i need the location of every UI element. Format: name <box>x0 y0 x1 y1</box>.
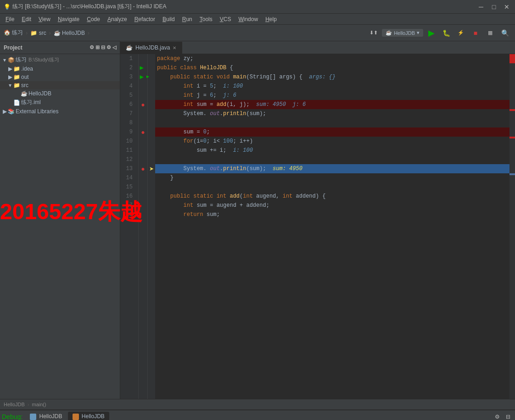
code-line-4: int i = 5; i: 100 <box>155 82 509 91</box>
gutter-info-1 <box>509 173 515 175</box>
menu-bar: File Edit View Navigate Code Analyze Ref… <box>0 14 515 25</box>
code-line-13: System. out.println(sum); sum: 4950 <box>155 164 509 173</box>
editor-tab-bar: ☕ HelloJDB.java ✕ <box>120 41 515 54</box>
tab-close-button[interactable]: ✕ <box>173 45 176 50</box>
debug-settings-button[interactable]: ⚙ <box>492 412 502 420</box>
menu-tools[interactable]: Tools <box>196 15 216 23</box>
code-line-7: System. out.println(sum); <box>155 109 509 118</box>
tree-root[interactable]: ▾ 📦 练习 B:\Study\练习 <box>0 55 120 65</box>
gutter-scroll-area <box>509 63 515 399</box>
tree-hellojdb[interactable]: ☕ HelloJDB <box>0 89 120 98</box>
main-area: Project ⚙ ⊞ ⊟ ⚙ ◁ ▾ 📦 练习 B:\Study\练习 ▶ 📁… <box>0 41 515 399</box>
editor-area: ☕ HelloJDB.java ✕ 1 2 ▶ 3 ▶ ▶ 4 5 <box>120 41 515 399</box>
run-config-selector[interactable]: ☕ HelloJDB ▾ <box>382 29 423 37</box>
code-line-14: } <box>155 173 509 182</box>
breakpoint-gutter[interactable]: ● ● ● <box>139 54 148 399</box>
search-button[interactable]: 🔍 <box>498 27 511 39</box>
sidebar-header: Project ⚙ ⊞ ⊟ ⚙ ◁ <box>0 41 120 54</box>
stop-button[interactable]: ■ <box>469 27 482 39</box>
breadcrumb-project[interactable]: 🏠 练习 <box>4 29 23 37</box>
menu-vcs[interactable]: VCS <box>216 15 235 23</box>
tree-src[interactable]: ▾ 📁 src <box>0 81 120 89</box>
window-title: 练习 [B:\Study\练习] - ...\src\HelloJDB.java… <box>12 3 166 11</box>
title-bar: 💡 练习 [B:\Study\练习] - ...\src\HelloJDB.ja… <box>0 0 515 14</box>
sidebar-more-icon[interactable]: ◁ <box>112 44 116 50</box>
breadcrumb-bar: HelloJDB › main() <box>0 399 515 410</box>
main-toolbar: 🏠 练习 › 📁 src › ☕ HelloJDB › ⬇⬆ ☕ HelloJD… <box>0 25 515 41</box>
run-config-label: HelloJDB <box>394 30 415 36</box>
code-line-15 <box>155 182 509 192</box>
menu-view[interactable]: View <box>35 15 54 23</box>
sidebar-title: Project <box>4 44 22 51</box>
tree-idea[interactable]: ▶ 📁 .idea <box>0 65 120 73</box>
tab-label: HelloJDB.java <box>135 44 170 51</box>
menu-window[interactable]: Window <box>235 15 262 23</box>
gutter-error-2 <box>509 137 515 138</box>
maximize-button[interactable]: □ <box>489 2 498 11</box>
debug-tab-strip: Debug: HelloJDB HelloJDB ⚙ ⊟ <box>0 410 515 420</box>
menu-edit[interactable]: Edit <box>18 15 35 23</box>
menu-run[interactable]: Run <box>179 15 196 23</box>
menu-navigate[interactable]: Navigate <box>54 15 83 23</box>
code-line-6: int sum = add(i, j); sum: 4950 j: 6 <box>155 100 509 109</box>
menu-file[interactable]: File <box>2 15 18 23</box>
right-gutter <box>509 54 515 399</box>
sidebar-gear-icon[interactable]: ⚙ <box>106 44 111 50</box>
title-icon-area: 💡 练习 [B:\Study\练习] - ...\src\HelloJDB.ja… <box>4 3 166 11</box>
breadcrumb-file[interactable]: ☕ HelloJDB <box>54 30 85 36</box>
menu-help[interactable]: Help <box>262 15 280 23</box>
menu-analyze[interactable]: Analyze <box>104 15 131 23</box>
run-config-icon: ☕ <box>386 30 392 36</box>
git-update-button[interactable]: ⬇⬆ <box>367 27 380 39</box>
menu-code[interactable]: Code <box>83 15 104 23</box>
code-line-12 <box>155 155 509 164</box>
run-config-arrow: ▾ <box>417 30 420 36</box>
code-line-1: package zy; <box>155 54 509 63</box>
tree-out[interactable]: ▶ 📁 out <box>0 73 120 81</box>
sidebar-expand-icon[interactable]: ⊞ <box>95 44 100 50</box>
line-numbers: 1 2 ▶ 3 ▶ ▶ 4 5 6 7 8 9 10 11 12 1 <box>120 54 139 399</box>
debug-tab-2[interactable]: HelloJDB <box>68 412 109 420</box>
tree-external-libs[interactable]: ▶ 📚 External Libraries <box>0 107 120 116</box>
menu-refactor[interactable]: Refactor <box>131 15 159 23</box>
breadcrumb-main[interactable]: main() <box>32 402 46 407</box>
error-marker-top <box>509 54 515 63</box>
coverage-button[interactable]: ⚡ <box>454 27 467 39</box>
toolbar-right: ⬇⬆ ☕ HelloJDB ▾ ▶ 🐛 ⚡ ■ ▦ 🔍 <box>367 27 511 39</box>
app-icon: 💡 <box>4 4 11 10</box>
code-line-18: return sum; <box>155 210 509 219</box>
menu-build[interactable]: Build <box>159 15 179 23</box>
minimize-button[interactable]: ─ <box>476 2 486 11</box>
window-controls: ─ □ ✕ <box>476 2 511 11</box>
run-button[interactable]: ▶ <box>425 27 438 39</box>
toolbar-breadcrumb: 🏠 练习 › 📁 src › ☕ HelloJDB › <box>4 29 365 37</box>
structure-button[interactable]: ▦ <box>484 27 497 39</box>
debug-icon-left: Debug: <box>2 413 22 420</box>
code-line-11: sum += i; i: 100 <box>155 146 509 155</box>
code-line-9: sum = 0; <box>155 127 509 137</box>
debug-panel: Debug: HelloJDB HelloJDB ⚙ ⊟ Debugger Co… <box>0 410 515 420</box>
debug-arrow-gutter: ➤ <box>148 54 155 399</box>
code-line-2: public class HelloJDB { <box>155 63 509 72</box>
code-line-3: public static void main(String[] args) {… <box>155 72 509 82</box>
sidebar-settings-icon[interactable]: ⚙ <box>90 44 94 50</box>
breadcrumb-src[interactable]: 📁 src <box>30 30 46 36</box>
code-line-8 <box>155 118 509 127</box>
tab-icon: ☕ <box>126 44 133 51</box>
code-editor[interactable]: 1 2 ▶ 3 ▶ ▶ 4 5 6 7 8 9 10 11 12 1 <box>120 54 515 399</box>
close-button[interactable]: ✕ <box>502 2 511 11</box>
code-line-17: int sum = augend + addend; <box>155 201 509 210</box>
tree-iml[interactable]: 📄 练习.iml <box>0 98 120 107</box>
gutter-error-1 <box>509 109 515 111</box>
project-sidebar: Project ⚙ ⊞ ⊟ ⚙ ◁ ▾ 📦 练习 B:\Study\练习 ▶ 📁… <box>0 41 120 399</box>
project-tree: ▾ 📦 练习 B:\Study\练习 ▶ 📁 .idea ▶ 📁 out ▾ 📁 <box>0 54 120 399</box>
code-line-16: public static int add(int augend, int ad… <box>155 192 509 201</box>
tab-hellojdb[interactable]: ☕ HelloJDB.java ✕ <box>120 42 182 54</box>
debug-tab-1[interactable]: HelloJDB <box>25 412 67 420</box>
code-area[interactable]: package zy; public class HelloJDB { publ… <box>155 54 509 399</box>
debug-button[interactable]: 🐛 <box>440 27 453 39</box>
debug-layout-button[interactable]: ⊟ <box>503 412 513 420</box>
sidebar-collapse-icon[interactable]: ⊟ <box>101 44 105 50</box>
breadcrumb-hellojdb[interactable]: HelloJDB <box>4 402 25 407</box>
code-line-10: for(i=0; i< 100; i++) <box>155 137 509 146</box>
